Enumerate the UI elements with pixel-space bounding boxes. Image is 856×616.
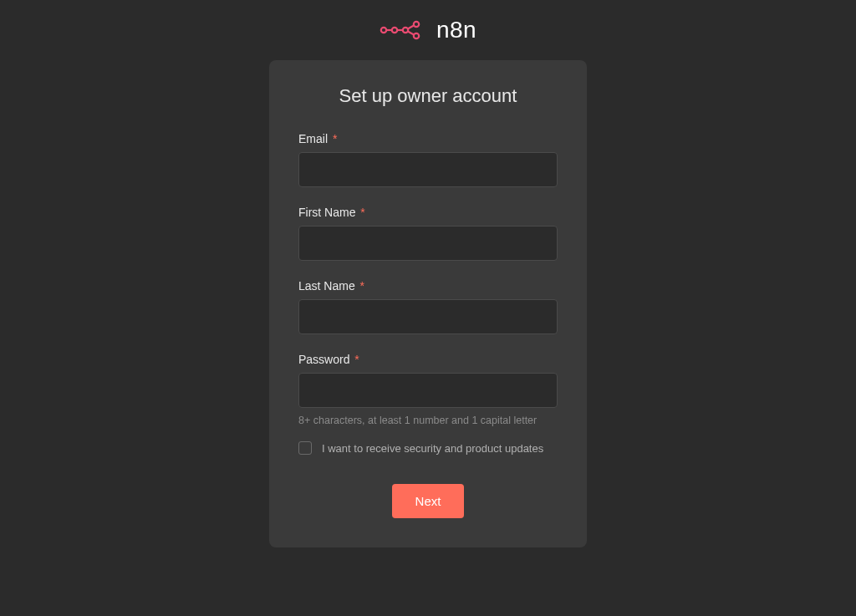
svg-point-2 [403, 28, 408, 33]
updates-checkbox-row: I want to receive security and product u… [298, 441, 558, 455]
password-hint: 8+ characters, at least 1 number and 1 c… [298, 415, 558, 426]
svg-line-7 [408, 26, 414, 29]
next-button[interactable]: Next [392, 484, 465, 518]
last-name-group: Last Name * [298, 279, 558, 334]
first-name-group: First Name * [298, 206, 558, 261]
updates-checkbox-label[interactable]: I want to receive security and product u… [322, 442, 543, 455]
required-asterisk: * [354, 353, 359, 366]
first-name-label-text: First Name [298, 206, 355, 219]
button-row: Next [298, 484, 558, 518]
last-name-field[interactable] [298, 299, 558, 334]
email-label-text: Email [298, 132, 328, 145]
svg-point-3 [414, 22, 419, 27]
password-field[interactable] [298, 373, 558, 408]
card-title: Set up owner account [298, 85, 558, 107]
email-group: Email * [298, 132, 558, 187]
svg-point-0 [381, 28, 386, 33]
svg-line-8 [408, 32, 414, 35]
svg-point-1 [392, 28, 397, 33]
last-name-label: Last Name * [298, 279, 558, 293]
svg-point-4 [414, 33, 419, 38]
password-label-text: Password [298, 353, 349, 366]
first-name-label: First Name * [298, 206, 558, 219]
email-label: Email * [298, 132, 558, 145]
first-name-field[interactable] [298, 226, 558, 261]
updates-checkbox[interactable] [298, 441, 312, 455]
last-name-label-text: Last Name [298, 279, 355, 293]
password-label: Password * [298, 353, 558, 366]
required-asterisk: * [333, 132, 337, 145]
required-asterisk: * [360, 279, 364, 293]
password-group: Password * 8+ characters, at least 1 num… [298, 353, 558, 426]
logo-container: n8n [380, 17, 476, 43]
setup-card: Set up owner account Email * First Name … [269, 60, 587, 547]
n8n-logo-icon [380, 20, 426, 40]
logo-text: n8n [436, 17, 476, 43]
email-field[interactable] [298, 152, 558, 187]
required-asterisk: * [360, 206, 364, 219]
